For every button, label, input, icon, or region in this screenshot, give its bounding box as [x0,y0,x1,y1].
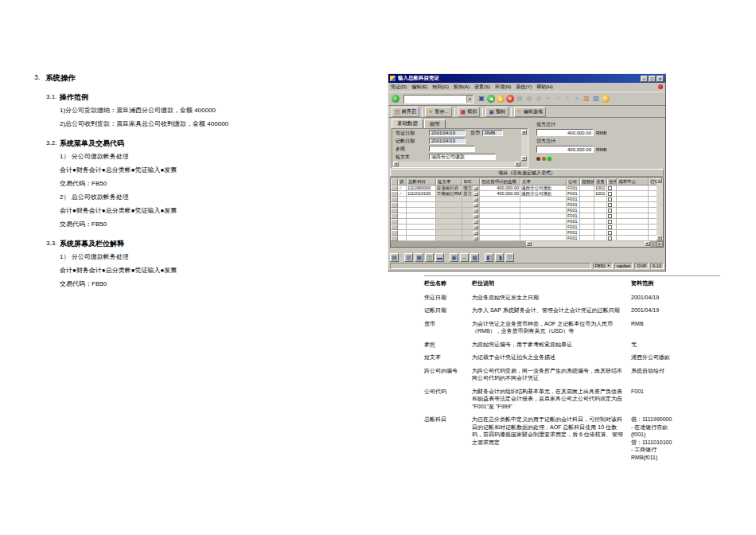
sap-menu-item[interactable]: 转到(G) [432,84,449,91]
grid-cell[interactable] [436,225,462,230]
grid-vertical-scrollbar[interactable]: ▲ ▼ [657,178,663,240]
checkbox[interactable] [608,231,612,235]
row-selector[interactable] [391,230,398,236]
debit-credit-cell[interactable]: ▪ [462,213,480,219]
sap-menu-item[interactable]: 系统(Y) [516,84,532,91]
find-next-icon[interactable]: ◎ [535,95,543,103]
scroll-right-icon[interactable]: ► [645,241,650,246]
grid-column-header[interactable]: D/C [462,178,480,185]
sort-icon[interactable]: ▽ [505,253,514,262]
dropdown-icon[interactable]: ▪ [473,192,478,196]
row-selector[interactable] [391,219,398,225]
tree-on-button[interactable]: ◫树开启 [392,107,419,117]
grid-cell[interactable]: 1111010100 [407,191,436,197]
scroll-up-icon[interactable]: ▲ [521,130,527,135]
grid-cell[interactable] [617,208,649,213]
row-selector[interactable] [391,185,398,191]
dropdown-icon[interactable]: ▪ [473,197,478,201]
insert-row-icon[interactable]: ◫ [425,253,434,262]
grid-cell[interactable]: 在途银行存 [436,185,462,191]
amount-cell[interactable]: 400,000.00 [480,191,520,197]
delete-row-icon[interactable]: ▬ [435,253,444,262]
doc-date-field[interactable]: 2001/04/19 [429,130,466,136]
grid-cell[interactable] [617,197,649,202]
grid-cell[interactable] [407,219,436,225]
debit-credit-cell[interactable]: ▪ [462,236,480,241]
dropdown-icon[interactable]: ▪ [473,225,478,229]
checkbox[interactable] [608,197,612,201]
grid-horizontal-scrollbar[interactable]: ◄ ► [526,241,650,247]
scroll-left-icon[interactable]: ◄ [526,241,532,246]
debit-credit-cell[interactable]: ▪ [462,208,480,213]
row-selector[interactable] [391,197,398,202]
grid-cell[interactable] [580,208,594,213]
table-row[interactable]: ▪F001 [391,236,663,241]
checkbox[interactable] [608,203,612,207]
short-text-field[interactable]: 浦西分公司缴款 [429,154,496,160]
dropdown-icon[interactable]: ▪ [473,220,478,224]
sap-menu-item[interactable]: 凭证(D) [391,84,407,91]
amount-cell[interactable] [480,202,520,208]
amount-cell[interactable] [480,197,520,202]
debit-credit-cell[interactable]: ▪ [462,225,480,230]
grid-cell[interactable] [520,197,567,202]
grid-column-header[interactable]: 总帐科目 [407,178,436,185]
grid-cell[interactable] [436,219,462,225]
grid-cell[interactable]: F001 [567,225,580,230]
scroll-left-icon[interactable]: ◄ [393,162,399,166]
find-icon[interactable]: ◍ [525,95,533,103]
table-row[interactable]: ✓1111010100工商银行RM贷方▪400,000.00浦西分公司缴款F00… [391,191,663,197]
currency-display-icon[interactable]: ◧ [485,253,493,262]
cancel-icon[interactable]: ✕ [506,95,514,103]
grid-cell[interactable] [520,213,567,219]
grid-cell[interactable]: F001 [567,185,580,191]
amount-cell[interactable] [480,213,520,219]
table-row[interactable]: ▪F001 [391,225,663,230]
grid-cell[interactable] [580,197,594,202]
row-selector[interactable] [391,236,398,241]
grid-cell[interactable] [617,191,649,197]
grid-cell[interactable] [436,230,462,236]
grid-cell[interactable] [580,219,594,225]
grid-cell[interactable] [520,236,567,241]
amount-cell[interactable] [480,219,520,225]
sap-menu-item[interactable]: 设置(S) [474,84,490,91]
checkbox[interactable] [608,186,612,190]
amount-cell[interactable] [480,208,520,213]
scroll-up-icon[interactable]: ▲ [657,178,662,183]
transaction-code-cell[interactable]: FB50 ▼ [593,263,613,269]
enter-icon[interactable]: ✓ [392,95,399,103]
scroll-right-icon[interactable]: ► [515,162,520,166]
checkbox[interactable] [608,220,612,224]
row-selector[interactable] [391,213,398,219]
scroll-down-icon[interactable]: ▼ [657,236,662,240]
amount-cell[interactable] [480,230,520,236]
grid-cell[interactable] [617,219,649,225]
sap-menu-item[interactable]: 环境(N) [495,84,511,91]
grid-cell[interactable] [594,213,607,219]
grid-cell[interactable] [594,230,607,236]
grid-cell[interactable] [617,185,649,191]
grid-column-header[interactable]: 状 [398,178,407,185]
row-selector[interactable] [391,225,398,230]
grid-cell[interactable] [594,219,607,225]
debit-credit-cell[interactable]: ▪ [462,197,480,202]
grid-column-header[interactable]: 文本 [520,178,567,185]
table-row[interactable]: ▪F001 [391,208,663,213]
row-selector[interactable] [391,191,398,197]
dropdown-icon[interactable]: ▪ [473,214,478,218]
dropdown-icon[interactable]: ▪ [473,236,478,240]
copy-row-icon[interactable]: ▣ [450,253,458,262]
debit-credit-cell[interactable]: ▪ [462,219,480,225]
chevron-down-icon[interactable]: ▼ [466,96,473,103]
grid-cell[interactable] [436,208,462,213]
row-selector[interactable] [391,202,398,208]
row-selector[interactable] [391,208,398,213]
back-icon[interactable]: ◀ [487,95,495,103]
grid-cell[interactable] [436,197,462,202]
grid-cell[interactable]: 1111990000 [407,185,436,191]
debit-credit-cell[interactable]: 贷方▪ [462,191,480,197]
editing-options-button[interactable]: ✎编辑选项 [514,107,546,117]
checkbox[interactable] [608,236,612,240]
grid-cell[interactable]: F001 [567,202,580,208]
